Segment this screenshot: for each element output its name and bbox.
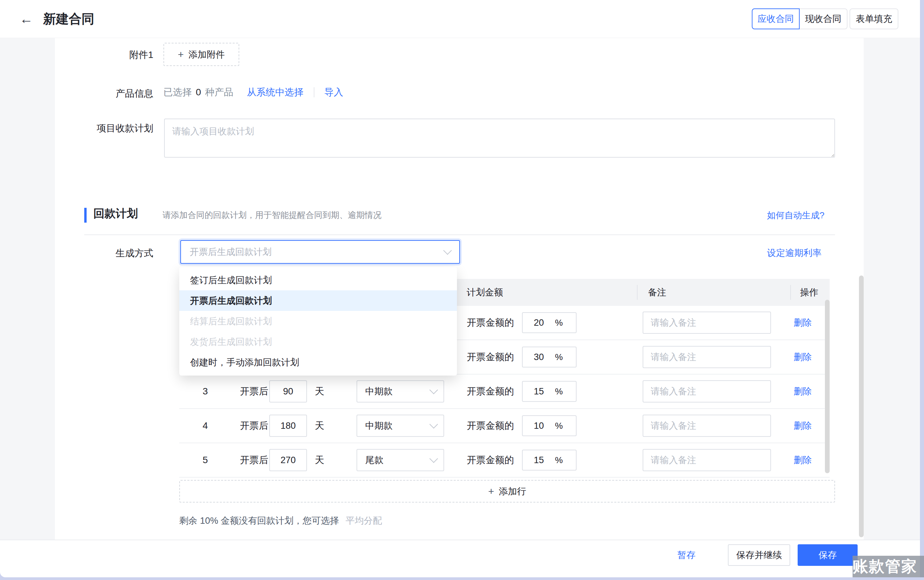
generate-mode-select[interactable]: 开票后生成回款计划	[180, 240, 460, 264]
watermark: 账款管家	[853, 556, 924, 577]
day-unit-label: 天	[315, 443, 324, 477]
percent-input[interactable]	[523, 352, 555, 363]
set-overdue-rate-link[interactable]: 设定逾期利率	[767, 247, 822, 259]
payment-type-select[interactable]: 中期款	[356, 415, 444, 437]
after-invoice-label: 开票后	[240, 374, 268, 408]
remaining-note: 剩余 10% 金额没有回款计划，您可选择 平均分配	[179, 515, 382, 527]
percent-input[interactable]	[523, 420, 555, 432]
percent-unit: %	[555, 455, 563, 465]
project-plan-textarea[interactable]	[164, 119, 835, 158]
chevron-down-icon	[429, 420, 438, 428]
remark-input[interactable]	[643, 415, 771, 437]
dropdown-option[interactable]: 创建时，手动添加回款计划	[179, 352, 457, 372]
row-index: 3	[190, 374, 220, 408]
table-row: 3 开票后 天 中期款 开票金额的 % 删除	[179, 374, 830, 409]
percent-input-box: %	[522, 347, 577, 367]
amount-prefix: 开票金额的	[467, 374, 514, 408]
remark-input[interactable]	[643, 311, 771, 334]
percent-input[interactable]	[523, 455, 555, 466]
percent-input[interactable]	[523, 317, 555, 328]
page-title: 新建合同	[43, 0, 94, 38]
save-draft-link[interactable]: 暂存	[677, 544, 696, 566]
how-to-auto-generate-link[interactable]: 如何自动生成?	[767, 209, 824, 221]
selected-suffix: 种产品	[205, 86, 234, 99]
day-unit-label: 天	[315, 409, 324, 443]
table-scrollbar-thumb[interactable]	[825, 300, 830, 473]
delete-row-link[interactable]: 删除	[794, 340, 812, 374]
dropdown-option-disabled: 结算后生成回款计划	[179, 311, 457, 331]
amount-prefix: 开票金额的	[467, 443, 514, 477]
row-index: 4	[190, 409, 220, 443]
after-invoice-label: 开票后	[240, 443, 268, 477]
delete-row-link[interactable]: 删除	[794, 409, 812, 443]
remaining-text: 剩余 10% 金额没有回款计划，您可选择	[179, 516, 339, 526]
plus-icon: +	[488, 486, 494, 497]
amount-prefix: 开票金额的	[467, 306, 514, 339]
remark-input[interactable]	[643, 346, 771, 368]
section-title: 回款计划	[93, 206, 138, 221]
save-button[interactable]: 保存	[798, 544, 858, 566]
tab-form-fill[interactable]: 表单填充	[850, 8, 898, 29]
delete-row-link[interactable]: 删除	[794, 374, 812, 408]
table-row: 5 开票后 天 尾款 开票金额的 % 删除	[179, 443, 830, 478]
percent-unit: %	[555, 421, 563, 431]
save-and-continue-button[interactable]: 保存并继续	[728, 544, 790, 566]
header-divider	[790, 285, 791, 300]
row-index: 5	[190, 443, 220, 477]
average-distribute-link[interactable]: 平均分配	[346, 516, 382, 526]
tab-receivable-contract[interactable]: 应收合同	[752, 8, 800, 29]
delete-row-link[interactable]: 删除	[794, 306, 812, 339]
percent-unit: %	[555, 386, 563, 397]
link-divider	[314, 87, 314, 97]
generate-mode-value: 开票后生成回款计划	[190, 246, 272, 258]
delete-row-link[interactable]: 删除	[794, 443, 812, 477]
dropdown-option-disabled: 发货后生成回款计划	[179, 331, 457, 352]
generate-mode-dropdown: 签订后生成回款计划 开票后生成回款计划 结算后生成回款计划 发货后生成回款计划 …	[179, 267, 457, 376]
header-amount: 计划金额	[467, 279, 503, 306]
section-divider	[84, 234, 835, 235]
add-row-label: 添加行	[499, 485, 526, 498]
back-arrow-icon[interactable]: ←	[18, 10, 35, 28]
attachment-label: 附件1	[61, 48, 153, 61]
chevron-down-icon	[429, 454, 438, 463]
percent-input-box: %	[522, 415, 577, 436]
after-invoice-label: 开票后	[240, 409, 268, 443]
add-attachment-button[interactable]: + 添加附件	[163, 43, 239, 66]
percent-unit: %	[555, 352, 563, 362]
day-unit-label: 天	[315, 374, 324, 408]
percent-input-box: %	[522, 450, 577, 471]
top-bar: ← 新建合同 应收合同 现收合同 表单填充	[0, 0, 920, 38]
days-input[interactable]	[269, 415, 307, 437]
content-scrollbar-thumb[interactable]	[859, 275, 864, 537]
selected-count: 0	[196, 87, 201, 98]
header-divider	[637, 285, 638, 300]
product-info-row: 已选择 0 种产品 从系统中选择 导入	[163, 83, 343, 102]
table-row: 4 开票后 天 中期款 开票金额的 % 删除	[179, 409, 830, 443]
payment-type-select[interactable]: 尾款	[356, 449, 444, 471]
remark-input[interactable]	[643, 449, 771, 471]
section-subtitle: 请添加合同的回款计划，用于智能提醒合同到期、逾期情况	[162, 209, 381, 221]
footer-bar: 暂存 保存并继续 保存	[0, 540, 920, 577]
product-info-label: 产品信息	[61, 87, 153, 100]
dropdown-option[interactable]: 签订后生成回款计划	[179, 270, 457, 290]
add-attachment-label: 添加附件	[188, 48, 225, 61]
days-input[interactable]	[269, 380, 307, 402]
choose-from-system-link[interactable]: 从系统中选择	[247, 86, 304, 99]
section-accent-bar	[84, 208, 87, 222]
payment-type-select[interactable]: 中期款	[356, 380, 444, 402]
selected-prefix: 已选择	[163, 86, 192, 99]
chevron-down-icon	[429, 386, 438, 394]
payment-type-value: 尾款	[365, 454, 383, 466]
tab-cash-contract[interactable]: 现收合同	[800, 8, 848, 29]
amount-prefix: 开票金额的	[467, 409, 514, 443]
dropdown-option-selected[interactable]: 开票后生成回款计划	[179, 290, 457, 311]
import-link[interactable]: 导入	[325, 86, 343, 99]
header-action: 操作	[800, 279, 818, 306]
add-row-button[interactable]: + 添加行	[179, 480, 835, 503]
days-input[interactable]	[269, 449, 307, 471]
remark-input[interactable]	[643, 380, 771, 402]
percent-unit: %	[555, 318, 563, 328]
project-plan-label: 项目收款计划	[61, 122, 153, 135]
percent-input[interactable]	[523, 386, 555, 397]
amount-prefix: 开票金额的	[467, 340, 514, 374]
